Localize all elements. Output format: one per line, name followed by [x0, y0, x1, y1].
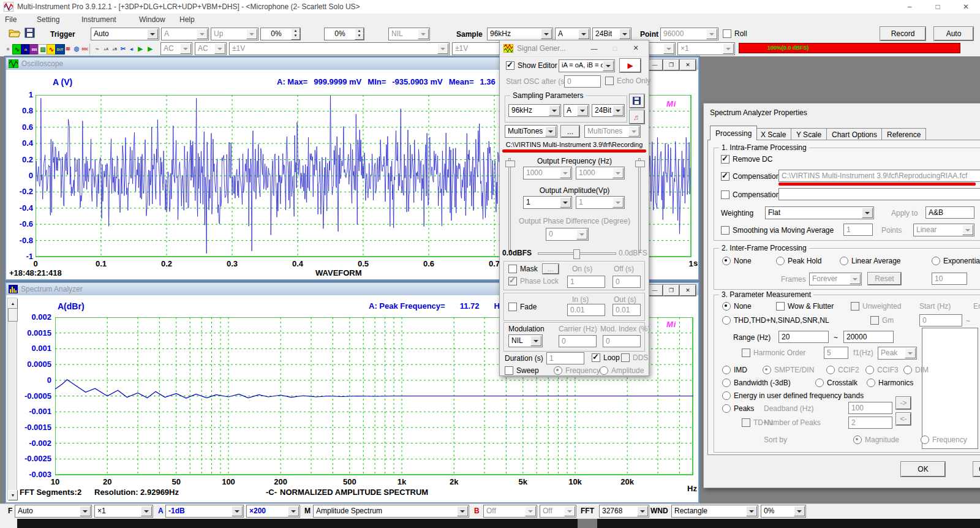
trigger-mode-select[interactable]: Auto — [91, 28, 159, 40]
menu-item-setting[interactable]: Setting — [37, 15, 59, 24]
sample-rate-select[interactable]: 96kHz — [487, 28, 553, 40]
auto-scaling-button[interactable]: Auto — [934, 27, 973, 40]
thd-radio[interactable]: THD,THD+N,SINAD,SNR,NL — [722, 316, 829, 325]
amp-b-slider-thumb[interactable] — [635, 160, 645, 167]
amp-a-slider-thumb[interactable] — [505, 160, 515, 167]
dialog-close-button[interactable]: ✕ — [625, 40, 646, 56]
scrollbar-thumb[interactable] — [8, 308, 18, 322]
compensation2-checkbox[interactable]: Compensation 2 — [721, 190, 786, 199]
gen-bits-select[interactable]: 24Bit — [592, 104, 625, 117]
deadband-field[interactable]: 100 — [848, 402, 892, 414]
bandwidth-radio[interactable]: Bandwidth (-3dB) — [722, 379, 791, 387]
freq-b-select[interactable]: 1000 — [576, 167, 625, 179]
window-close-button[interactable]: ✕ — [680, 59, 696, 70]
dim-radio[interactable]: DIM — [903, 366, 929, 374]
tab-y-scale[interactable]: Y Scale — [791, 128, 827, 140]
harmonics-radio[interactable]: Harmonics — [867, 379, 913, 387]
amp-a-select[interactable]: 1 — [523, 196, 572, 209]
tab-chart-options[interactable]: Chart Options — [826, 128, 883, 140]
pm-none-radio[interactable]: None — [722, 302, 752, 311]
overlap-select[interactable]: 0% — [761, 505, 806, 518]
start-hz-field[interactable]: 0 — [919, 314, 962, 326]
frequency-axis-select[interactable]: Auto — [15, 505, 92, 518]
mask-off-field[interactable]: 0 — [612, 276, 641, 288]
trigger-level-spinner[interactable]: 0%▲▼ — [260, 28, 301, 40]
gen-rate-select[interactable]: 96kHz — [508, 104, 561, 117]
exponential-average-radio[interactable]: Exponential Average — [932, 257, 980, 265]
ccif3-radio[interactable]: CCIF3 — [865, 366, 899, 374]
input-probe-icon[interactable]: ⌁ — [93, 44, 102, 53]
coupling-b-select[interactable]: AC — [195, 42, 227, 55]
display-mode-select[interactable]: Amplitude Spectrum — [313, 505, 469, 518]
balance-slider-thumb[interactable] — [573, 249, 580, 259]
frequency-mult-select[interactable]: ×1 — [94, 505, 153, 518]
fade-in-field[interactable]: 0.01 — [567, 304, 605, 316]
spectrum-offset-scrollbar[interactable]: ▲ ▼ — [7, 298, 17, 500]
imd-radio[interactable]: IMD — [722, 366, 747, 374]
compensation2-path-field[interactable] — [778, 188, 980, 200]
gen-save-button[interactable] — [630, 94, 644, 108]
window-function-select[interactable]: Rectangle — [671, 505, 758, 518]
sort-magnitude-radio[interactable]: Magnitude — [853, 436, 899, 444]
loop-checkbox[interactable]: Loop — [592, 353, 620, 362]
generator-play-button[interactable]: ▶ — [620, 59, 641, 72]
peak-hold-radio[interactable]: Peak Hold — [776, 257, 821, 265]
fade-out-field[interactable]: 0.01 — [612, 304, 641, 316]
browse-wave-button[interactable]: ... — [561, 126, 579, 137]
b-mult-select[interactable]: Off — [540, 505, 576, 518]
carrier-field[interactable]: 0 — [559, 335, 597, 347]
f1-mode-select[interactable]: Peak — [878, 347, 917, 360]
save-icon[interactable] — [24, 28, 36, 39]
menu-item-window[interactable]: Window — [139, 15, 165, 24]
sample-bits-select[interactable]: 24Bit — [592, 28, 631, 40]
interframe-none-radio[interactable]: None — [722, 257, 752, 265]
frequency-bands-listbox[interactable] — [922, 328, 978, 449]
open-file-icon[interactable] — [9, 28, 21, 39]
point-count-select[interactable]: 96000 — [660, 28, 718, 40]
mask-on-field[interactable]: 1 — [567, 276, 605, 288]
tab-x-scale[interactable]: X Scale — [755, 128, 791, 140]
dds-checkbox[interactable]: DDS — [621, 353, 648, 362]
invert-b-icon[interactable]: ⊥B — [110, 44, 119, 53]
ddp-viewer-icon[interactable]: ◎ — [72, 44, 81, 53]
reset-button[interactable]: Reset — [868, 273, 901, 285]
sound-device-icon[interactable]: ◀) — [127, 44, 136, 53]
scroll-down-icon[interactable]: ▼ — [8, 490, 18, 500]
window-close-button[interactable]: ✕ — [680, 285, 696, 296]
dialog-minimize-button[interactable]: — — [584, 40, 605, 56]
invert-a-icon[interactable]: ⊥A — [102, 44, 110, 53]
start-osc-field[interactable]: 0 — [564, 75, 601, 88]
sweep-checkbox[interactable]: Sweep — [505, 366, 539, 375]
echo-only-checkbox[interactable]: Echo Only — [605, 77, 650, 85]
apply-to-field[interactable]: A&B — [925, 206, 974, 219]
harmonic-order-checkbox[interactable]: Harmonic Order — [742, 349, 805, 357]
show-editor-checkbox[interactable]: Show Editor — [506, 61, 557, 70]
editor-mode-select[interactable]: iA = oA, iB = oB — [559, 59, 615, 72]
tab-reference[interactable]: Reference — [881, 128, 926, 140]
mod-index-field[interactable]: 0 — [603, 335, 641, 347]
sweep-frequency-radio[interactable]: Frequency — [554, 366, 600, 375]
a-mult-select[interactable]: ×200 — [246, 505, 300, 518]
run-icon[interactable]: ▶ — [136, 44, 145, 53]
smoothing-mode-select[interactable]: Linear — [913, 224, 974, 236]
harmonic-order-field[interactable]: 5 — [824, 347, 848, 359]
amp-a-slider[interactable] — [508, 158, 511, 252]
unweighted-checkbox[interactable]: Unweighted — [851, 302, 901, 311]
coupling-a-select[interactable]: AC — [160, 42, 192, 55]
menu-item-help[interactable]: Help — [179, 15, 195, 24]
range-a-select[interactable]: ±1V — [229, 42, 450, 55]
trigger-edge-select[interactable]: Up — [211, 28, 258, 40]
phase-select[interactable]: 0 — [546, 228, 589, 241]
num-peaks-field[interactable]: 2 — [848, 417, 892, 429]
add-band-button[interactable]: -> — [896, 397, 911, 409]
energy-bands-radio[interactable]: Energy in user defined frequency bands — [722, 391, 864, 400]
duration-field[interactable]: 1 — [546, 352, 584, 364]
compensation1-path-field[interactable]: C:\VIRTINS Multi-Instrument 3.9\fcf\Repr… — [778, 170, 980, 182]
compensation1-checkbox[interactable]: Compensation 1 — [721, 172, 786, 181]
linear-average-radio[interactable]: Linear Average — [840, 257, 901, 265]
calibration-icon[interactable]: ✂ — [119, 44, 127, 53]
fade-checkbox[interactable]: Fade — [508, 303, 537, 311]
trigger-source-select[interactable]: A — [161, 28, 209, 40]
tab-processing[interactable]: Processing — [710, 126, 757, 140]
run-loop-icon[interactable]: ▶ — [146, 44, 154, 53]
